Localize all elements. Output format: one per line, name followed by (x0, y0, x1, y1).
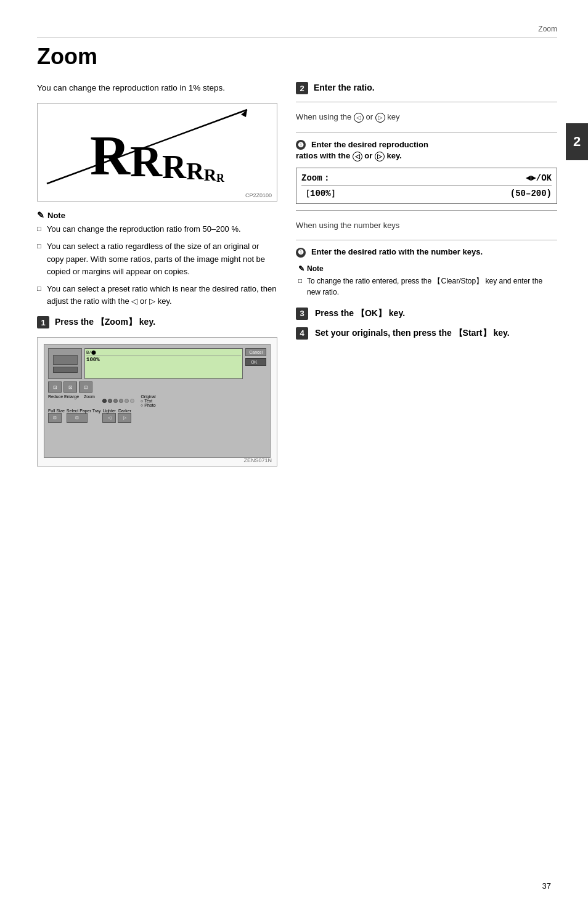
step-4-number: 4 (296, 327, 308, 340)
panel-image-code: ZENS071N (243, 457, 272, 463)
note-item-3: You can select a preset ratio which is n… (37, 283, 277, 308)
step-2-text: Enter the ratio. (314, 83, 375, 92)
note-title-left: ✎ Note (37, 210, 277, 220)
sub-step-2-text: Enter the desired ratio with the number … (311, 247, 483, 256)
divider-4 (296, 240, 557, 240)
zoom-display-value: ［100%］ (301, 188, 340, 199)
zoom-r-med1: R (130, 139, 162, 184)
page-container: Zoom 2 Zoom You can change the reproduct… (0, 0, 588, 909)
sub-step-1-number: ❶ (296, 140, 306, 150)
chapter-tab: 2 (566, 123, 588, 160)
note-icon-right: ✎ (298, 264, 304, 273)
note-section-right: ✎ Note To change the ratio entered, pres… (296, 264, 557, 298)
step-2-number: 2 (296, 82, 308, 94)
note-section-left: ✎ Note You can change the reproduction r… (37, 210, 277, 308)
note-icon-left: ✎ (37, 210, 44, 220)
zoom-r-small1: R (186, 159, 204, 184)
step-4-text: Set your originals, then press the 【Star… (315, 327, 510, 340)
divider-2 (296, 132, 557, 133)
zoom-display-row-1: Zoom： ◄►/OK (301, 171, 552, 186)
intro-text: You can change the reproduction ratio in… (37, 82, 277, 94)
sub-step-2: ❶ Enter the desired ratio with the numbe… (296, 247, 557, 258)
left-column: You can change the reproduction ratio in… (37, 82, 277, 467)
step-3: 3 Press the 【OK】 key. (296, 308, 557, 320)
zoom-display-row-2: ［100%］ (50–200) (301, 186, 552, 201)
zoom-display-label: Zoom： (301, 173, 331, 184)
chapter-number: 2 (573, 134, 581, 150)
two-column-layout: You can change the reproduction ratio in… (37, 82, 557, 467)
zoom-letters: R R R R R R (44, 110, 271, 184)
zoom-r-tiny: R (216, 173, 224, 184)
sub-circle-left-icon: ◁ (353, 152, 362, 161)
circle-right-icon: ▷ (375, 113, 385, 123)
note-item-2: You can select a ratio regardless of the… (37, 240, 277, 277)
note-list-right: To change the ratio entered, press the 【… (298, 275, 557, 298)
zoom-display-range: (50–200) (510, 189, 552, 198)
step-1: 1 Press the 【Zoom】 key. (37, 316, 277, 328)
context-1-label: When using the ◁ or ▷ key (296, 112, 400, 121)
context-2-label: When using the number keys (296, 221, 399, 230)
note-title-right: ✎ Note (298, 264, 557, 273)
note-list-left: You can change the reproduction ratio fr… (37, 223, 277, 308)
circle-left-icon: ◁ (354, 113, 364, 123)
note-item-1: You can change the reproduction ratio fr… (37, 223, 277, 235)
note-right-item-1: To change the ratio entered, press the 【… (298, 275, 557, 298)
control-panel-image: B/⬤ 100% Cancel OK ⊡ (37, 337, 277, 467)
step-2: 2 Enter the ratio. (296, 82, 557, 94)
step-4: 4 Set your originals, then press the 【St… (296, 327, 557, 340)
zoom-r-small2: R (204, 166, 216, 184)
right-column: 2 Enter the ratio. When using the ◁ or ▷… (296, 82, 557, 467)
note-label-right: Note (307, 264, 324, 273)
step-1-text: Press the 【Zoom】 key. (55, 317, 155, 327)
divider-1 (296, 102, 557, 102)
note-label-left: Note (47, 211, 65, 220)
zoom-display-box: Zoom： ◄►/OK ［100%］ (50–200) (296, 168, 557, 204)
sub-circle-right-icon: ▷ (375, 152, 385, 161)
zoom-r-med2: R (162, 150, 186, 184)
sub-step-2-number: ❶ (296, 248, 306, 258)
context-1: When using the ◁ or ▷ key (296, 108, 557, 126)
zoom-image-box: R R R R R R CP2Z0100 (37, 103, 277, 202)
step-1-number: 1 (37, 316, 49, 328)
zoom-display-nav: ◄►/OK (526, 173, 552, 183)
page-header: Zoom (37, 25, 557, 38)
header-label: Zoom (538, 25, 557, 33)
divider-3 (296, 210, 557, 211)
zoom-r-large: R (90, 128, 130, 184)
context-2: When using the number keys (296, 217, 557, 234)
sub-step-1: ❶ Enter the desired reproductionratios w… (296, 139, 557, 161)
sub-step-1-text: Enter the desired reproductionratios wit… (296, 140, 428, 160)
zoom-image-code: CP2Z0100 (245, 192, 272, 198)
step-3-number: 3 (296, 308, 308, 320)
main-title: Zoom (37, 44, 557, 70)
step-3-text: Press the 【OK】 key. (315, 308, 405, 320)
page-number: 37 (542, 881, 551, 891)
